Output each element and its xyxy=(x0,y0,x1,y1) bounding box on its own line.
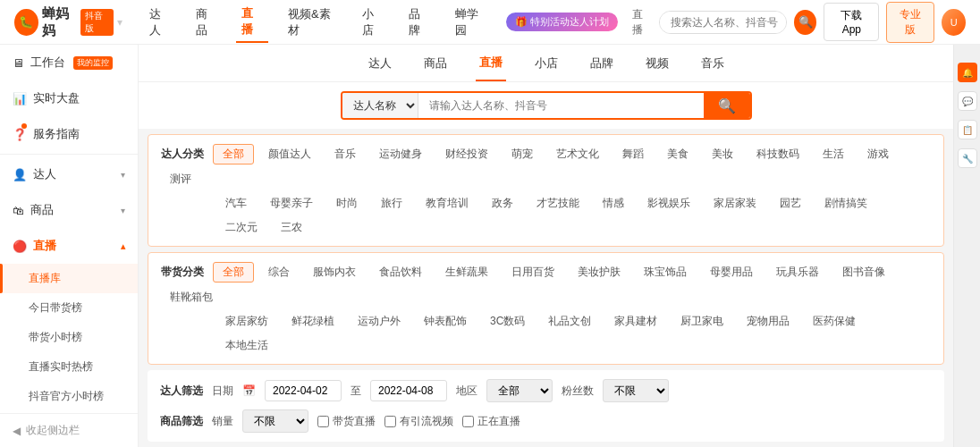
second-nav-shop[interactable]: 小店 xyxy=(531,46,562,80)
online-checkbox[interactable] xyxy=(462,416,474,427)
goods-cat-homegoods[interactable]: 家居家纺 xyxy=(216,312,277,331)
right-btn-3[interactable]: 📋 xyxy=(958,120,977,139)
sidebar-sub-realtime-hot[interactable]: 直播实时热榜 xyxy=(0,352,138,382)
main-search-button[interactable]: 🔍 xyxy=(704,93,750,118)
download-app-button[interactable]: 下载App xyxy=(824,3,879,41)
talent-cat-travel[interactable]: 旅行 xyxy=(372,194,411,213)
talent-cat-beauty[interactable]: 美妆 xyxy=(703,145,742,164)
nav-brand[interactable]: 品牌 xyxy=(403,3,435,42)
talent-cat-sport[interactable]: 运动健身 xyxy=(370,145,431,164)
date-to-input[interactable] xyxy=(370,380,447,401)
second-nav-video[interactable]: 视频 xyxy=(642,46,672,80)
talent-cat-agri[interactable]: 三农 xyxy=(272,218,311,237)
goods-cat-gifts[interactable]: 礼品文创 xyxy=(539,312,600,331)
talent-cat-food[interactable]: 萌宠 xyxy=(503,145,542,164)
talent-cat-politics[interactable]: 政务 xyxy=(483,194,522,213)
goods-cat-local[interactable]: 本地生活 xyxy=(216,336,277,355)
goods-cat-composite[interactable]: 综合 xyxy=(259,263,299,282)
main-search-input[interactable] xyxy=(418,93,704,118)
region-select[interactable]: 全部 xyxy=(486,379,553,402)
nav-shop[interactable]: 小店 xyxy=(357,3,389,42)
talent-cat-2d[interactable]: 二次元 xyxy=(216,218,266,237)
second-nav-brand[interactable]: 品牌 xyxy=(587,46,617,80)
scroll-area[interactable]: 达人分类 全部 颜值达人 音乐 运动健身 财经投资 萌宠 艺术文化 舞蹈 美食 … xyxy=(139,129,953,447)
talent-cat-funny[interactable]: 剧情搞笑 xyxy=(815,194,876,213)
goods-cat-shoes[interactable]: 鞋靴箱包 xyxy=(161,288,222,307)
sidebar-sub-live-library[interactable]: 直播库 xyxy=(0,264,138,293)
second-nav-influencer[interactable]: 达人 xyxy=(365,46,395,80)
talent-cat-entertainment[interactable]: 影视娱乐 xyxy=(638,194,699,213)
sidebar-item-live[interactable]: 🔴 直播 ▴ xyxy=(0,228,138,264)
goods-cat-flowers[interactable]: 鲜花绿植 xyxy=(283,312,343,331)
goods-cat-kitchen[interactable]: 厨卫家电 xyxy=(672,312,732,331)
talent-cat-music[interactable]: 音乐 xyxy=(325,145,365,164)
goods-cat-food[interactable]: 食品饮料 xyxy=(370,263,431,282)
talent-cat-art[interactable]: 艺术文化 xyxy=(547,145,608,164)
goods-cat-outdoors[interactable]: 运动户外 xyxy=(349,312,410,331)
second-nav-product[interactable]: 商品 xyxy=(420,46,451,80)
nav-influencer[interactable]: 达人 xyxy=(144,3,176,42)
live-goods-checkbox-wrap[interactable]: 带货直播 xyxy=(317,414,376,429)
goods-cat-maternal[interactable]: 母婴用品 xyxy=(701,263,762,282)
goods-cat-toys[interactable]: 玩具乐器 xyxy=(767,263,828,282)
goods-cat-fresh[interactable]: 生鲜蔬果 xyxy=(436,263,497,282)
video-checkbox-wrap[interactable]: 有引流视频 xyxy=(384,414,453,429)
goods-cat-books[interactable]: 图书音像 xyxy=(833,263,894,282)
sidebar-item-product[interactable]: 🛍 商品 ▾ xyxy=(0,192,138,228)
search-type-select[interactable]: 达人名称 xyxy=(342,93,418,118)
sidebar-sub-daily-goods[interactable]: 今日带货榜 xyxy=(0,293,138,323)
right-btn-2[interactable]: 💬 xyxy=(958,91,977,111)
talent-cat-car[interactable]: 汽车 xyxy=(216,194,256,213)
nav-live[interactable]: 直播 xyxy=(236,2,268,43)
nav-product[interactable]: 商品 xyxy=(190,3,223,42)
second-nav-live[interactable]: 直播 xyxy=(476,46,506,81)
goods-cat-all[interactable]: 全部 xyxy=(213,262,254,283)
goods-cat-watches[interactable]: 钟表配饰 xyxy=(415,312,476,331)
goods-cat-clothing[interactable]: 服饰内衣 xyxy=(304,263,365,282)
talent-cat-parenting[interactable]: 母婴亲子 xyxy=(261,194,322,213)
sidebar-item-influencer[interactable]: 👤 达人 ▾ xyxy=(0,156,138,192)
talent-cat-talent[interactable]: 才艺技能 xyxy=(528,194,588,213)
nav-video[interactable]: 视频&素材 xyxy=(283,3,342,42)
talent-cat-emotion[interactable]: 情感 xyxy=(594,194,633,213)
sidebar-sub-official-hourly[interactable]: 抖音官方小时榜 xyxy=(0,382,138,411)
talent-cat-life[interactable]: 生活 xyxy=(814,145,853,164)
sidebar-item-guide[interactable]: ❓ 服务指南 xyxy=(0,116,138,152)
right-btn-4[interactable]: 🔧 xyxy=(958,148,977,168)
talent-cat-delicacy[interactable]: 美食 xyxy=(658,145,697,164)
goods-cat-cosmetics[interactable]: 美妆护肤 xyxy=(569,263,629,282)
date-from-input[interactable] xyxy=(265,380,342,401)
avatar[interactable]: U xyxy=(942,9,966,36)
right-btn-1[interactable]: 🔔 xyxy=(958,63,977,82)
talent-cat-edu[interactable]: 教育培训 xyxy=(417,194,477,213)
goods-cat-medical[interactable]: 医药保健 xyxy=(804,312,865,331)
collapse-sidebar[interactable]: ◀ 收起侧边栏 xyxy=(0,413,138,447)
goods-cat-furniture[interactable]: 家具建材 xyxy=(605,312,666,331)
talent-cat-home[interactable]: 家居家装 xyxy=(705,194,765,213)
talent-cat-all[interactable]: 全部 xyxy=(213,144,254,164)
sidebar-item-workbench[interactable]: 🖥 工作台 我的监控 xyxy=(0,45,138,80)
second-nav-music[interactable]: 音乐 xyxy=(697,46,728,80)
topbar-search-button[interactable]: 🔍 xyxy=(794,10,816,35)
goods-cat-pet[interactable]: 宠物用品 xyxy=(738,312,798,331)
talent-cat-review[interactable]: 测评 xyxy=(161,170,200,189)
talent-cat-tech[interactable]: 科技数码 xyxy=(748,145,808,164)
pro-version-button[interactable]: 专业版 xyxy=(886,2,934,43)
banner-promo[interactable]: 🎁 特别活动达人计划 xyxy=(506,13,618,31)
goods-cat-3c[interactable]: 3C数码 xyxy=(481,312,534,331)
goods-cat-daily[interactable]: 日用百货 xyxy=(503,263,563,282)
talent-cat-game[interactable]: 游戏 xyxy=(858,145,898,164)
sidebar-sub-hourly[interactable]: 带货小时榜 xyxy=(0,323,138,352)
talent-cat-value[interactable]: 颜值达人 xyxy=(259,145,320,164)
live-goods-checkbox[interactable] xyxy=(317,416,329,427)
sidebar-item-realtime[interactable]: 📊 实时大盘 xyxy=(0,80,138,116)
nav-school[interactable]: 蝉学园 xyxy=(450,3,493,42)
video-checkbox[interactable] xyxy=(384,416,396,427)
talent-cat-dance[interactable]: 舞蹈 xyxy=(613,145,653,164)
talent-cat-finance[interactable]: 财经投资 xyxy=(436,145,497,164)
talent-cat-fashion[interactable]: 时尚 xyxy=(327,194,367,213)
goods-cat-jewelry[interactable]: 珠宝饰品 xyxy=(635,263,696,282)
online-checkbox-wrap[interactable]: 正在直播 xyxy=(462,414,520,429)
talent-cat-garden[interactable]: 园艺 xyxy=(771,194,810,213)
fans-select[interactable]: 不限 xyxy=(603,379,669,402)
